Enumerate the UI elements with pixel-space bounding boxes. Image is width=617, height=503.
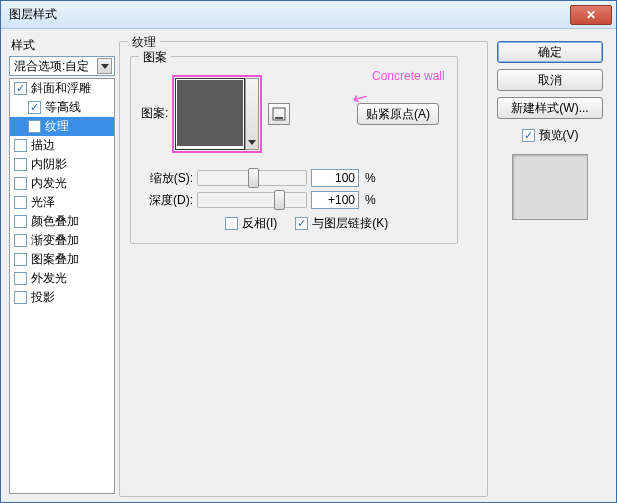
snap-origin-label: 贴紧原点(A): [366, 106, 430, 123]
style-item[interactable]: 光泽: [10, 193, 114, 212]
new-preset-icon: [272, 107, 286, 121]
style-item[interactable]: 渐变叠加: [10, 231, 114, 250]
style-item-label: 描边: [31, 137, 55, 154]
style-list: 斜面和浮雕等高线纹理描边内阴影内发光光泽颜色叠加渐变叠加图案叠加外发光投影: [9, 78, 115, 494]
new-style-button[interactable]: 新建样式(W)...: [497, 97, 603, 119]
pattern-group-title: 图案: [139, 49, 171, 66]
pattern-picker-dropdown[interactable]: [245, 78, 259, 150]
preview-thumbnail: [512, 154, 588, 220]
pattern-swatch[interactable]: [175, 78, 245, 150]
scale-input[interactable]: 100: [311, 169, 359, 187]
invert-label: 反相(I): [242, 215, 277, 232]
style-item-label: 光泽: [31, 194, 55, 211]
style-item[interactable]: 斜面和浮雕: [10, 79, 114, 98]
cancel-button[interactable]: 取消: [497, 69, 603, 91]
style-item-label: 纹理: [45, 118, 69, 135]
style-checkbox[interactable]: [14, 82, 27, 95]
style-checkbox[interactable]: [14, 272, 27, 285]
scale-label: 缩放(S):: [141, 170, 193, 187]
style-item-label: 等高线: [45, 99, 81, 116]
style-item-label: 投影: [31, 289, 55, 306]
dialog-title: 图层样式: [9, 6, 57, 23]
style-item-label: 渐变叠加: [31, 232, 79, 249]
style-item[interactable]: 图案叠加: [10, 250, 114, 269]
styles-heading: 样式: [9, 37, 115, 54]
invert-checkbox[interactable]: [225, 217, 238, 230]
style-item[interactable]: 投影: [10, 288, 114, 307]
slider-thumb[interactable]: [274, 190, 285, 210]
new-preset-button[interactable]: [268, 103, 290, 125]
style-checkbox[interactable]: [14, 291, 27, 304]
pattern-thumbnail: [177, 80, 243, 146]
pattern-label: 图案:: [141, 105, 168, 122]
svg-rect-1: [275, 117, 283, 119]
snap-origin-button[interactable]: 贴紧原点(A): [357, 103, 439, 125]
action-panel: 确定 取消 新建样式(W)... 预览(V): [492, 37, 608, 494]
chevron-down-icon: [97, 58, 112, 74]
preview-checkbox[interactable]: [522, 129, 535, 142]
style-item-label: 外发光: [31, 270, 67, 287]
close-icon: ✕: [586, 8, 596, 22]
link-label: 与图层链接(K): [312, 215, 388, 232]
style-checkbox[interactable]: [14, 196, 27, 209]
style-item-label: 内阴影: [31, 156, 67, 173]
slider-thumb[interactable]: [248, 168, 259, 188]
style-item[interactable]: 纹理: [10, 117, 114, 136]
style-item[interactable]: 内发光: [10, 174, 114, 193]
style-item-label: 斜面和浮雕: [31, 80, 91, 97]
style-item[interactable]: 颜色叠加: [10, 212, 114, 231]
style-item[interactable]: 外发光: [10, 269, 114, 288]
blend-options-combo[interactable]: 混合选项:自定: [9, 56, 115, 76]
annotation-highlight: [172, 75, 262, 153]
blend-options-value: 混合选项:自定: [14, 58, 89, 75]
style-checkbox[interactable]: [28, 120, 41, 133]
depth-unit: %: [365, 193, 376, 207]
style-item[interactable]: 描边: [10, 136, 114, 155]
style-item-label: 颜色叠加: [31, 213, 79, 230]
settings-panel: 纹理 图案 ↙ Concrete wall 图案:: [119, 37, 488, 494]
pattern-group: 图案 ↙ Concrete wall 图案:: [130, 56, 458, 244]
style-checkbox[interactable]: [14, 253, 27, 266]
style-item-label: 内发光: [31, 175, 67, 192]
style-checkbox[interactable]: [14, 177, 27, 190]
style-checkbox[interactable]: [14, 139, 27, 152]
link-checkbox[interactable]: [295, 217, 308, 230]
titlebar: 图层样式 ✕: [1, 1, 616, 29]
preview-checkbox-row[interactable]: 预览(V): [522, 127, 579, 144]
annotation-text: Concrete wall: [372, 69, 445, 83]
depth-slider[interactable]: [197, 192, 307, 208]
ok-button[interactable]: 确定: [497, 41, 603, 63]
depth-label: 深度(D):: [141, 192, 193, 209]
depth-input[interactable]: +100: [311, 191, 359, 209]
close-button[interactable]: ✕: [570, 5, 612, 25]
annotation: ↙ Concrete wall: [353, 65, 445, 87]
style-item-label: 图案叠加: [31, 251, 79, 268]
preview-label: 预览(V): [539, 127, 579, 144]
styles-panel: 样式 混合选项:自定 斜面和浮雕等高线纹理描边内阴影内发光光泽颜色叠加渐变叠加图…: [9, 37, 115, 494]
link-checkbox-row[interactable]: 与图层链接(K): [295, 215, 388, 232]
style-checkbox[interactable]: [14, 158, 27, 171]
style-checkbox[interactable]: [14, 234, 27, 247]
style-item[interactable]: 内阴影: [10, 155, 114, 174]
layer-style-dialog: 图层样式 ✕ 样式 混合选项:自定 斜面和浮雕等高线纹理描边内阴影内发光光泽颜色…: [0, 0, 617, 503]
scale-slider[interactable]: [197, 170, 307, 186]
style-checkbox[interactable]: [28, 101, 41, 114]
style-item[interactable]: 等高线: [10, 98, 114, 117]
invert-checkbox-row[interactable]: 反相(I): [225, 215, 277, 232]
scale-unit: %: [365, 171, 376, 185]
style-checkbox[interactable]: [14, 215, 27, 228]
texture-group: 纹理 图案 ↙ Concrete wall 图案:: [119, 41, 488, 497]
